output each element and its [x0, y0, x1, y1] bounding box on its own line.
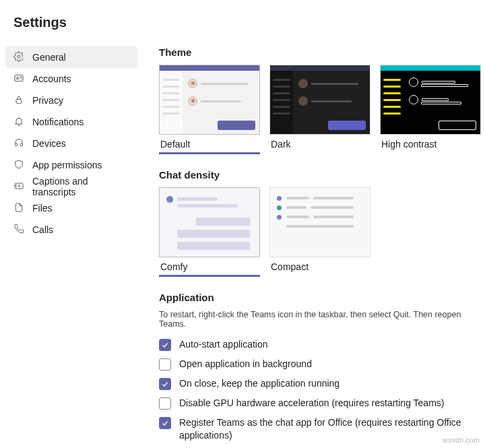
svg-rect-5: [21, 143, 23, 146]
setting-row: Open application in background: [159, 358, 481, 371]
application-subtitle: To restart, right-click the Teams icon i…: [159, 310, 481, 329]
sidebar-item-label: Calls: [32, 224, 53, 235]
application-title: Application: [159, 292, 481, 303]
phone-icon: [13, 224, 24, 236]
theme-section: Theme Default: [159, 46, 481, 154]
svg-rect-6: [15, 183, 23, 189]
sidebar-item-privacy[interactable]: Privacy: [5, 90, 137, 111]
sidebar-item-files[interactable]: Files: [5, 197, 137, 219]
setting-row: Register Teams as the chat app for Offic…: [159, 416, 481, 442]
density-preview-compact: [269, 187, 370, 257]
sidebar-item-label: Accounts: [32, 73, 71, 84]
density-section: Chat density Comfy: [159, 169, 481, 277]
shield-icon: [13, 159, 24, 172]
svg-point-0: [18, 55, 20, 58]
checkbox-label: Disable GPU hardware acceleration (requi…: [179, 397, 444, 410]
sidebar-item-label: General: [32, 52, 66, 63]
density-preview-comfy: [159, 187, 260, 257]
sidebar-item-calls[interactable]: Calls: [5, 219, 137, 241]
checkbox-label: Open application in background: [179, 358, 312, 371]
watermark: wsxdn.com: [443, 436, 480, 444]
page-title: Settings: [0, 0, 485, 42]
svg-point-2: [17, 77, 19, 79]
theme-preview-default: [159, 65, 260, 135]
theme-label: Default: [159, 135, 260, 151]
sidebar-item-devices[interactable]: Devices: [5, 133, 137, 154]
sidebar-item-label: Devices: [32, 138, 66, 149]
density-title: Chat density: [159, 169, 481, 181]
density-label: Comfy: [159, 257, 260, 274]
sidebar-item-captions[interactable]: Captions and transcripts: [5, 176, 137, 197]
checkbox[interactable]: [159, 397, 171, 410]
theme-label: High contrast: [380, 135, 481, 151]
lock-icon: [13, 94, 24, 107]
application-section: Application To restart, right-click the …: [159, 292, 481, 448]
captions-icon: [13, 181, 24, 193]
svg-rect-4: [15, 143, 18, 146]
theme-option-default[interactable]: Default: [159, 65, 260, 154]
svg-rect-3: [16, 99, 22, 103]
sidebar-item-label: Files: [32, 203, 53, 214]
density-option-compact[interactable]: Compact: [269, 187, 370, 277]
sidebar-item-notifications[interactable]: Notifications: [5, 111, 137, 133]
setting-row: Auto-start application: [159, 338, 481, 351]
sidebar-item-general[interactable]: General: [5, 46, 137, 68]
theme-option-high-contrast[interactable]: High contrast: [380, 65, 481, 154]
checkbox-label: Register Teams as the chat app for Offic…: [179, 416, 481, 442]
file-icon: [13, 202, 24, 215]
checkbox-label: On close, keep the application running: [179, 377, 340, 390]
sidebar: General Accounts Privacy Notifications D…: [0, 42, 143, 448]
main-content: Theme Default: [143, 42, 485, 448]
bell-icon: [13, 116, 24, 129]
checkbox[interactable]: [159, 417, 171, 429]
density-option-comfy[interactable]: Comfy: [159, 187, 260, 277]
gear-icon: [13, 51, 24, 64]
sidebar-item-label: Privacy: [32, 95, 63, 106]
theme-preview-dark: [269, 65, 370, 135]
checkbox[interactable]: [159, 339, 171, 351]
checkbox-label: Auto-start application: [179, 338, 268, 351]
sidebar-item-accounts[interactable]: Accounts: [5, 68, 137, 90]
density-label: Compact: [269, 257, 370, 274]
theme-option-dark[interactable]: Dark: [269, 65, 370, 154]
theme-preview-high-contrast: [380, 65, 481, 135]
checkbox[interactable]: [159, 358, 171, 371]
sidebar-item-app-permissions[interactable]: App permissions: [5, 154, 137, 176]
theme-title: Theme: [159, 46, 481, 58]
sidebar-item-label: Notifications: [32, 117, 84, 127]
checkbox[interactable]: [159, 378, 171, 390]
setting-row: Disable GPU hardware acceleration (requi…: [159, 397, 481, 410]
setting-row: On close, keep the application running: [159, 377, 481, 390]
sidebar-item-label: App permissions: [32, 160, 102, 170]
theme-label: Dark: [269, 135, 370, 151]
headset-icon: [13, 137, 24, 150]
sidebar-item-label: Captions and transcripts: [32, 176, 129, 197]
id-card-icon: [13, 73, 24, 86]
